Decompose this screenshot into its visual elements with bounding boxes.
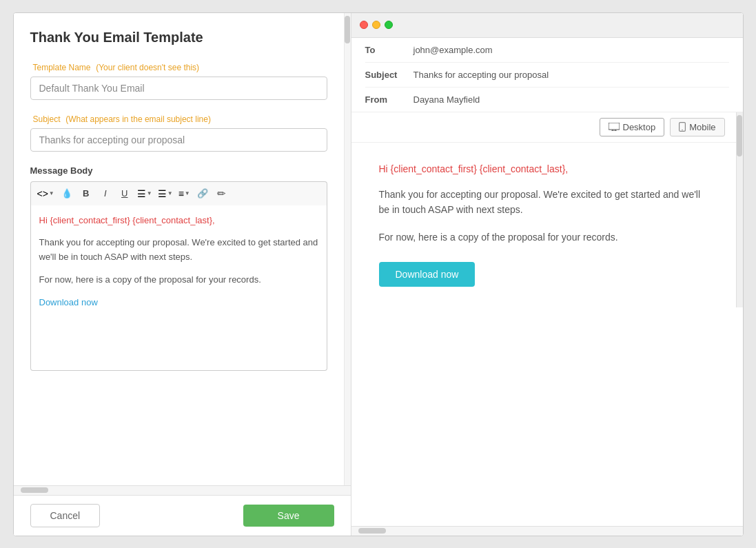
underline-icon: U	[121, 188, 127, 199]
right-h-scroll-thumb[interactable]	[358, 528, 386, 534]
from-value: Dayana Mayfield	[413, 94, 480, 105]
left-h-scroll-thumb[interactable]	[21, 487, 48, 493]
align-icon: ☰	[137, 188, 146, 199]
left-footer: Cancel Save	[14, 495, 351, 536]
preview-download-btn[interactable]: Download now	[379, 262, 476, 287]
mac-titlebar	[351, 13, 743, 38]
subject-label-right: Subject	[365, 70, 413, 80]
subject-value-right: Thanks for accepting our proposal	[413, 70, 549, 80]
left-horizontal-scrollbar[interactable]	[14, 485, 351, 495]
left-scrollbar-thumb[interactable]	[345, 16, 350, 43]
ordered-list-arrow: ▼	[167, 190, 173, 196]
editor-para1: Thank you for accepting our proposal. We…	[39, 236, 318, 265]
preview-para1: Thank you for accepting our proposal. We…	[379, 187, 708, 218]
desktop-icon	[609, 123, 620, 131]
mac-close-btn[interactable]	[360, 21, 368, 29]
view-toggle: Desktop Mobile	[351, 112, 736, 143]
subject-label: Subject (What appears in the email subje…	[30, 114, 327, 124]
email-subject-row: Subject Thanks for accepting our proposa…	[365, 63, 729, 88]
to-value: john@example.com	[413, 45, 493, 55]
cancel-button[interactable]: Cancel	[30, 504, 101, 527]
code-icon: <>	[37, 188, 48, 199]
editor-toolbar: <> ▼ 💧 B I U	[30, 181, 327, 205]
message-body-label: Message Body	[30, 165, 327, 176]
mobile-toggle-btn[interactable]: Mobile	[670, 118, 724, 136]
align-arrow: ▼	[147, 190, 152, 196]
clear-format-btn[interactable]: ✏	[213, 185, 231, 203]
link-btn[interactable]: 🔗	[194, 185, 212, 203]
left-vertical-scrollbar[interactable]	[344, 13, 351, 485]
page-title: Thank You Email Template	[30, 30, 327, 45]
italic-btn[interactable]: I	[96, 185, 114, 203]
underline-btn[interactable]: U	[116, 185, 134, 203]
template-name-input[interactable]	[30, 77, 327, 100]
svg-rect-0	[609, 123, 620, 130]
email-header: To john@example.com Subject Thanks for a…	[351, 38, 743, 112]
editor-area[interactable]: Hi {client_contact_first} {client_contac…	[30, 205, 327, 371]
right-horizontal-scrollbar[interactable]	[351, 526, 743, 536]
unordered-list-btn[interactable]: ≡ ▼	[176, 186, 192, 201]
editor-para2: For now, here is a copy of the proposal …	[39, 273, 318, 287]
email-preview: Hi {client_contact_first} {client_contac…	[351, 143, 736, 307]
svg-point-5	[682, 130, 683, 131]
to-label: To	[365, 45, 413, 55]
desktop-toggle-btn[interactable]: Desktop	[600, 118, 665, 136]
right-scrollbar-thumb[interactable]	[737, 115, 742, 156]
preview-para2: For now, here is a copy of the proposal …	[379, 230, 708, 245]
preview-greeting: Hi {client_contact_first} {client_contac…	[379, 163, 708, 174]
italic-icon: I	[104, 188, 107, 199]
mac-maximize-btn[interactable]	[385, 21, 393, 29]
desktop-toggle-label: Desktop	[623, 122, 656, 132]
email-from-row: From Dayana Mayfield	[365, 88, 729, 112]
subject-input[interactable]	[30, 128, 327, 152]
bold-icon: B	[83, 188, 89, 199]
template-name-label: Template Name (Your client doesn't see t…	[30, 62, 327, 72]
right-vertical-scrollbar[interactable]	[736, 112, 743, 307]
ordered-list-btn[interactable]: ☰ ▼	[156, 186, 175, 201]
unordered-list-icon: ≡	[178, 188, 184, 199]
editor-greeting: Hi {client_contact_first} {client_contac…	[39, 214, 318, 228]
color-icon: 💧	[61, 188, 72, 199]
unordered-list-arrow: ▼	[185, 190, 190, 196]
mobile-icon	[679, 122, 686, 132]
email-to-row: To john@example.com	[365, 38, 729, 63]
from-label: From	[365, 94, 413, 105]
link-icon: 🔗	[197, 188, 208, 199]
ordered-list-icon: ☰	[158, 188, 167, 199]
clear-format-icon: ✏	[217, 187, 226, 200]
bold-btn[interactable]: B	[77, 185, 95, 203]
save-button[interactable]: Save	[243, 505, 334, 527]
code-arrow: ▼	[49, 190, 54, 196]
editor-download-link[interactable]: Download now	[39, 297, 98, 307]
mac-minimize-btn[interactable]	[372, 21, 380, 29]
mobile-toggle-label: Mobile	[689, 122, 715, 132]
color-btn[interactable]: 💧	[58, 185, 76, 203]
code-btn[interactable]: <> ▼	[35, 186, 57, 201]
align-btn[interactable]: ☰ ▼	[135, 186, 154, 201]
